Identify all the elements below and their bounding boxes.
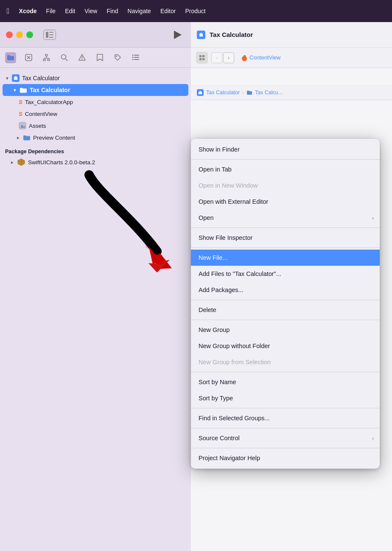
svg-rect-28	[199, 58, 202, 60]
swift-icon-app: S	[19, 99, 22, 105]
menu-item-open-in-new-window: Open in New Window	[191, 177, 380, 194]
right-content-area	[191, 68, 392, 85]
menu-xcode[interactable]: Xcode	[19, 8, 37, 14]
svg-rect-21	[134, 59, 139, 60]
swiftuicharts-name: SwiftUICharts 2.0.0-beta.2	[28, 159, 95, 166]
svg-rect-19	[134, 55, 139, 56]
separator-8	[191, 448, 380, 448]
nav-back-button[interactable]: ‹	[211, 52, 222, 63]
menu-item-add-packages[interactable]: Add Packages...	[191, 282, 380, 298]
icon-toolbar	[0, 48, 191, 68]
svg-point-17	[81, 59, 82, 60]
svg-point-23	[132, 57, 133, 58]
minimize-button[interactable]	[16, 31, 23, 38]
menu-item-show-in-finder[interactable]: Show in Finder	[191, 141, 380, 157]
project-root-item[interactable]: ▼ Tax Calculator	[0, 72, 191, 84]
menu-navigate[interactable]: Navigate	[128, 8, 151, 14]
app-icon	[12, 74, 20, 82]
menu-item-show-inspector[interactable]: Show File Inspector	[191, 230, 380, 246]
menu-item-source-control[interactable]: Source Control ›	[191, 430, 380, 446]
sidebar-toolbar	[0, 22, 191, 48]
svg-rect-20	[134, 57, 139, 58]
right-toolbar: Tax Calculator	[191, 22, 392, 48]
breadcrumb-bar: Tax Calculator › Tax Calcu...	[191, 85, 392, 100]
menu-editor[interactable]: Editor	[160, 8, 176, 14]
project-name: Tax Calculator	[22, 75, 60, 82]
sidebar: ▼ Tax Calculator ▼ Tax Calculator S Tax_…	[0, 22, 191, 551]
svg-rect-7	[45, 54, 48, 56]
menu-item-open-with-external[interactable]: Open with External Editor	[191, 194, 380, 210]
menu-item-new-group[interactable]: New Group	[191, 322, 380, 338]
navigator-folder-icon[interactable]	[5, 52, 16, 63]
menubar:  Xcode File Edit View Find Navigate Edi…	[0, 0, 392, 22]
tax-calculator-app-item[interactable]: S Tax_CalculatorApp	[0, 96, 191, 108]
run-button[interactable]	[171, 28, 185, 42]
content-view-item[interactable]: S ContentView	[0, 108, 191, 120]
menu-edit[interactable]: Edit	[65, 8, 75, 14]
menu-item-project-nav-help[interactable]: Project Navigator Help	[191, 450, 380, 466]
context-menu: Show in Finder Open in Tab Open in New W…	[191, 139, 380, 469]
menu-view[interactable]: View	[84, 8, 97, 14]
menu-item-add-files[interactable]: Add Files to "Tax Calculator"...	[191, 266, 380, 282]
swiftuicharts-item[interactable]: ► SwiftUICharts 2.0.0-beta.2	[0, 156, 191, 168]
navigator-tag-icon[interactable]	[112, 52, 123, 63]
navigator-hierarchy-icon[interactable]	[41, 52, 52, 63]
navigator-list-icon[interactable]	[130, 52, 141, 63]
svg-rect-0	[46, 32, 48, 38]
folder-name: Tax Calculator	[30, 87, 70, 93]
swift-icon-content: S	[19, 111, 22, 117]
apple-menu[interactable]: 	[7, 7, 10, 16]
menu-item-sort-type[interactable]: Sort by Type	[191, 390, 380, 406]
svg-rect-2	[49, 34, 53, 35]
breadcrumb-tax-calcu[interactable]: Tax Calcu...	[255, 90, 283, 96]
menu-item-sort-name[interactable]: Sort by Name	[191, 374, 380, 390]
svg-point-22	[132, 55, 133, 56]
breadcrumb-folder-icon	[246, 90, 252, 95]
breadcrumb-tax-calculator[interactable]: Tax Calculator	[206, 90, 240, 96]
navigator-bookmark-icon[interactable]	[94, 52, 105, 63]
maximize-button[interactable]	[26, 31, 33, 38]
source-control-submenu-arrow: ›	[372, 435, 374, 441]
navigator-search-icon[interactable]	[59, 52, 70, 63]
navigator-warning-icon[interactable]	[76, 52, 87, 63]
grid-view-icon[interactable]	[196, 52, 208, 64]
main-window: ▼ Tax Calculator ▼ Tax Calculator S Tax_…	[0, 22, 392, 551]
assets-icon	[19, 122, 26, 129]
menu-product[interactable]: Product	[185, 8, 205, 14]
separator-4	[191, 320, 380, 320]
svg-point-18	[116, 56, 117, 57]
menu-item-new-group-no-folder[interactable]: New Group without Folder	[191, 338, 380, 354]
menu-find[interactable]: Find	[106, 8, 118, 14]
menu-item-find-in-groups[interactable]: Find in Selected Groups...	[191, 410, 380, 426]
separator-7	[191, 428, 380, 428]
right-app-icon	[197, 31, 205, 39]
menu-item-open-in-tab[interactable]: Open in Tab	[191, 161, 380, 177]
svg-rect-29	[202, 58, 204, 60]
svg-rect-1	[49, 32, 53, 33]
assets-item[interactable]: Assets	[0, 120, 191, 132]
menu-file[interactable]: File	[46, 8, 56, 14]
project-navigator: ▼ Tax Calculator ▼ Tax Calculator S Tax_…	[0, 68, 191, 172]
content-view-name: ContentView	[25, 111, 57, 117]
separator-6	[191, 408, 380, 408]
right-nav-bar: ‹ › ContentView	[191, 48, 392, 68]
right-title: Tax Calculator	[210, 31, 253, 38]
menu-item-delete[interactable]: Delete	[191, 302, 380, 318]
sidebar-toggle-button[interactable]	[43, 30, 56, 40]
navigator-error-icon[interactable]	[23, 52, 34, 63]
nav-forward-button[interactable]: ›	[223, 52, 234, 63]
breadcrumb-app-icon	[197, 89, 204, 96]
package-dependencies-header: Package Dependencies	[0, 143, 191, 156]
breadcrumb: ContentView	[238, 54, 280, 61]
close-button[interactable]	[6, 31, 13, 38]
nav-arrows: ‹ ›	[211, 52, 234, 63]
breadcrumb-content-view[interactable]: ContentView	[249, 54, 280, 61]
tax-calculator-folder[interactable]: ▼ Tax Calculator	[3, 84, 188, 96]
preview-content-item[interactable]: ► Preview Content	[0, 132, 191, 143]
separator-3	[191, 300, 380, 300]
package-icon	[17, 158, 25, 166]
svg-rect-3	[49, 37, 53, 38]
separator-0	[191, 159, 380, 160]
menu-item-new-file[interactable]: New File...	[191, 250, 380, 266]
menu-item-open[interactable]: Open ›	[191, 210, 380, 226]
